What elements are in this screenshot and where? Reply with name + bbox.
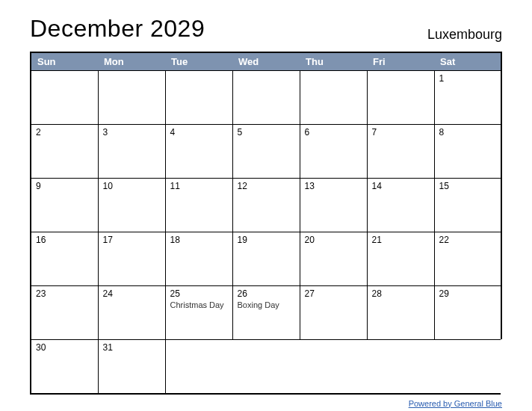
calendar-cell: 14	[367, 179, 434, 232]
calendar-row: 16171819202122	[31, 232, 501, 286]
day-number: 11	[170, 181, 228, 191]
weekday-wed: Wed	[232, 52, 300, 71]
calendar-cell	[98, 71, 165, 125]
day-number: 4	[170, 127, 228, 137]
calendar-cell: 16	[31, 232, 98, 286]
calendar-cell: 25Christmas Day	[165, 286, 232, 340]
calendar-cell	[232, 71, 300, 125]
weekday-thu: Thu	[300, 52, 367, 71]
calendar-row: 9101112131415	[31, 179, 501, 232]
calendar-cell: 26Boxing Day	[232, 286, 300, 340]
weekday-header-row: Sun Mon Tue Wed Thu Fri Sat	[31, 52, 501, 71]
calendar-cell	[165, 340, 232, 394]
calendar-cell: 19	[232, 232, 300, 286]
day-number: 30	[36, 342, 93, 353]
calendar-cell: 5	[232, 125, 300, 179]
day-number: 5	[238, 127, 295, 137]
day-number: 31	[103, 342, 161, 353]
day-number: 13	[305, 181, 362, 191]
calendar-cell: 2	[31, 125, 98, 179]
calendar-cell: 10	[98, 179, 165, 232]
weekday-fri: Fri	[367, 52, 434, 71]
calendar-cell: 9	[31, 179, 98, 232]
footer: Powered by General Blue	[30, 399, 502, 408]
day-number: 29	[439, 288, 497, 299]
calendar-cell: 29	[434, 286, 501, 340]
day-number: 14	[372, 181, 430, 191]
calendar-row: 232425Christmas Day26Boxing Day272829	[31, 286, 501, 340]
calendar-cell: 22	[434, 232, 501, 286]
calendar-cell: 20	[300, 232, 367, 286]
calendar-cell: 3	[98, 125, 165, 179]
day-number: 22	[439, 235, 497, 245]
calendar-cell: 4	[165, 125, 232, 179]
powered-by-link[interactable]: Powered by General Blue	[409, 399, 502, 408]
weekday-sun: Sun	[31, 52, 98, 71]
country-label: Luxembourg	[427, 27, 502, 43]
calendar-cell: 13	[300, 179, 367, 232]
calendar-cell: 1	[434, 71, 501, 125]
holiday-label: Boxing Day	[238, 300, 295, 309]
day-number: 1	[439, 73, 497, 84]
calendar-row: 2345678	[31, 125, 501, 179]
calendar-cell: 27	[300, 286, 367, 340]
calendar-cell: 8	[434, 125, 501, 179]
day-number: 26	[238, 288, 295, 299]
calendar-cell	[367, 71, 434, 125]
day-number: 27	[305, 288, 362, 299]
calendar-cell: 28	[367, 286, 434, 340]
calendar-cell: 12	[232, 179, 300, 232]
calendar-cell: 17	[98, 232, 165, 286]
calendar-row: 1	[31, 71, 501, 125]
day-number: 8	[439, 127, 497, 137]
weekday-mon: Mon	[98, 52, 165, 71]
day-number: 18	[170, 235, 228, 245]
calendar-cell	[31, 71, 98, 125]
calendar-cell: 11	[165, 179, 232, 232]
calendar-cell: 6	[300, 125, 367, 179]
day-number: 6	[305, 127, 362, 137]
calendar-grid: Sun Mon Tue Wed Thu Fri Sat 123456789101…	[30, 52, 502, 395]
calendar-cell: 24	[98, 286, 165, 340]
day-number: 28	[372, 288, 430, 299]
day-number: 19	[238, 235, 295, 245]
day-number: 20	[305, 235, 362, 245]
day-number: 25	[170, 288, 228, 299]
weekday-sat: Sat	[434, 52, 501, 71]
calendar-cell: 18	[165, 232, 232, 286]
day-number: 16	[36, 235, 93, 245]
calendar-cell: 7	[367, 125, 434, 179]
calendar-cell	[367, 340, 434, 394]
day-number: 3	[103, 127, 161, 137]
day-number: 17	[103, 235, 161, 245]
day-number: 12	[238, 181, 295, 191]
holiday-label: Christmas Day	[170, 300, 228, 309]
day-number: 21	[372, 235, 430, 245]
day-number: 7	[372, 127, 430, 137]
calendar-cell	[232, 340, 300, 394]
weekday-tue: Tue	[165, 52, 232, 71]
day-number: 15	[439, 181, 497, 191]
calendar-cell	[165, 71, 232, 125]
calendar-cell	[300, 340, 367, 394]
month-year-title: December 2029	[30, 15, 205, 43]
calendar-cell: 21	[367, 232, 434, 286]
calendar-cell: 31	[98, 340, 165, 394]
calendar-cell: 30	[31, 340, 98, 394]
calendar-header: December 2029 Luxembourg	[30, 15, 502, 43]
calendar-cell: 23	[31, 286, 98, 340]
day-number: 2	[36, 127, 93, 137]
calendar-row: 3031	[31, 340, 501, 394]
day-number: 23	[36, 288, 93, 299]
day-number: 24	[103, 288, 161, 299]
calendar-cell: 15	[434, 179, 501, 232]
day-number: 9	[36, 181, 93, 191]
calendar-cell	[434, 340, 501, 394]
calendar-cell	[300, 71, 367, 125]
day-number: 10	[103, 181, 161, 191]
